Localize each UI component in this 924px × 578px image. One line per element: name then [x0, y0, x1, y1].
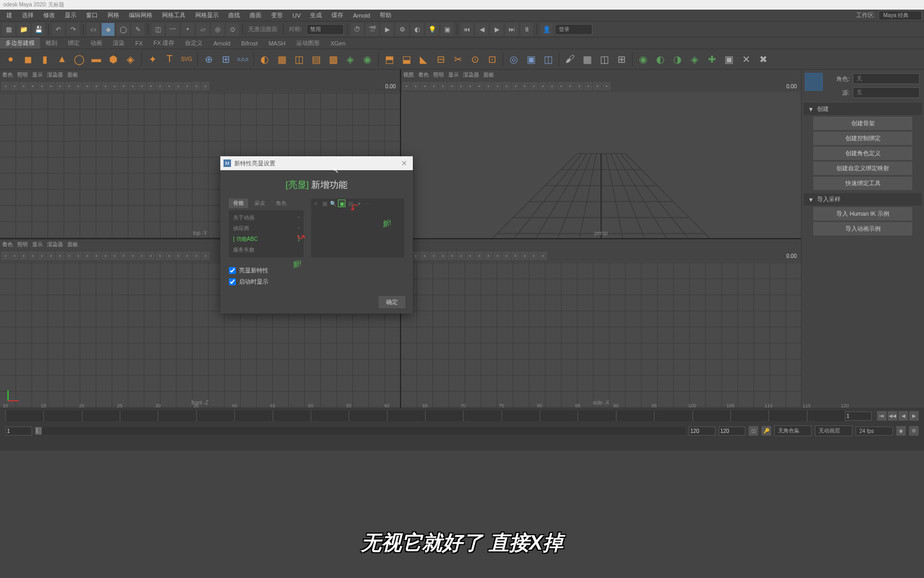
append-icon[interactable]: ✚ [704, 52, 719, 67]
delete-edge-icon[interactable]: ✖ [756, 52, 771, 67]
workspace-dropdown[interactable]: Maya 经典 [879, 11, 922, 20]
range-slider[interactable]: 1 [35, 427, 686, 435]
play-forward-icon[interactable]: ▶ [909, 411, 919, 421]
multicut-icon[interactable]: ✂ [450, 52, 465, 67]
vp-menu[interactable]: 照明 [17, 71, 28, 79]
vp-tool-icon[interactable]: ▪ [529, 252, 538, 260]
boolean-intersect-icon[interactable]: ◑ [670, 52, 685, 67]
vp-tool-icon[interactable]: ▪ [47, 252, 55, 260]
vp-tool-icon[interactable]: ▪ [457, 252, 465, 260]
role-dropdown[interactable]: 无 [853, 73, 920, 84]
vp-tool-icon[interactable]: ▪ [65, 82, 73, 90]
vp-tool-icon[interactable]: ▪ [201, 252, 210, 260]
vp-tool-icon[interactable]: ▪ [56, 82, 64, 90]
dialog-tab[interactable]: 骨骼 [229, 199, 248, 208]
vp-tool-icon[interactable]: ▪ [402, 82, 411, 90]
vp-tool-icon[interactable]: ▪ [165, 252, 173, 260]
animlayer-dropdown[interactable]: 无动画层 [815, 425, 852, 436]
poly-torus-icon[interactable]: ◯ [72, 52, 87, 67]
menu-item[interactable]: 曲面 [245, 10, 266, 20]
dialog-titlebar[interactable]: M 新特性亮显设置 ✕ [220, 156, 413, 170]
sculpt-icon[interactable]: 🖌 [563, 52, 578, 67]
vp-tool-icon[interactable]: ▪ [438, 252, 447, 260]
target-weld-icon[interactable]: ⊙ [467, 52, 482, 67]
vp-tool-icon[interactable]: ▪ [466, 252, 474, 260]
snap-view-icon[interactable]: ◎ [211, 23, 224, 36]
vp-menu[interactable]: 着色 [418, 71, 429, 79]
bridge-icon[interactable]: ⬓ [399, 52, 414, 67]
undo-icon[interactable]: ↶ [52, 23, 65, 36]
shelf-tab[interactable]: MASH [263, 39, 291, 48]
merge-icon[interactable]: ◫ [541, 52, 556, 67]
vp-menu[interactable]: 渲染器 [463, 71, 479, 79]
vp-tool-icon[interactable]: ▪ [47, 82, 55, 90]
snap-point-icon[interactable]: • [181, 23, 194, 36]
close-icon[interactable]: ✕ [399, 159, 410, 168]
highlight-features-checkbox[interactable]: 亮显新特性 [229, 265, 404, 276]
vp-tool-icon[interactable]: ▪ [448, 252, 456, 260]
light-editor-icon[interactable]: 💡 [426, 23, 438, 36]
more-icon[interactable]: ⋯ [364, 200, 371, 207]
list-item[interactable]: [ 功能ABC] [231, 234, 302, 245]
fps-dropdown[interactable]: 24 fps [856, 427, 893, 436]
vp-tool-icon[interactable]: ▪ [557, 82, 565, 90]
lasso-icon[interactable]: ◯ [117, 23, 129, 36]
vp-menu[interactable]: 着色 [2, 241, 13, 248]
timeline[interactable]: 1015202530354045505560657075808590951001… [0, 408, 924, 424]
vp-menu[interactable]: 着色 [2, 71, 13, 79]
vp-tool-icon[interactable]: ▪ [529, 82, 538, 90]
poly-platonic-icon[interactable]: ◈ [123, 52, 138, 67]
menu-item[interactable]: 变形 [267, 10, 287, 20]
menu-item[interactable]: 修改 [39, 10, 59, 20]
vp-tool-icon[interactable]: ▪ [575, 82, 583, 90]
vp-tool-icon[interactable]: ▪ [128, 82, 137, 90]
create-char-def-button[interactable]: 创建角色定义 [813, 147, 912, 160]
create-custom-rig-button[interactable]: 创建自定义绑定映射 [813, 162, 912, 175]
pause-icon[interactable]: ⏸ [520, 23, 533, 36]
vp-menu[interactable]: 面板 [67, 71, 78, 79]
snap-live-icon[interactable]: ⊙ [226, 23, 239, 36]
vp-menu[interactable]: 面板 [67, 241, 78, 248]
range-start-input[interactable] [5, 427, 32, 436]
vp-tool-icon[interactable]: ▪ [137, 252, 146, 260]
prefs-icon[interactable]: ⚙ [909, 426, 919, 436]
create-skeleton-button[interactable]: 创建骨架 [813, 117, 912, 130]
timeline-ruler[interactable]: 1015202530354045505560657075808590951001… [5, 410, 845, 421]
vp-tool-icon[interactable]: ▪ [420, 82, 429, 90]
forward-icon[interactable]: ⏭ [505, 23, 518, 36]
snap-curve-icon[interactable]: 〰 [166, 23, 179, 36]
vp-tool-icon[interactable]: ▪ [566, 82, 574, 90]
combine-icon[interactable]: ⊞ [218, 52, 233, 67]
vp-tool-icon[interactable]: ▪ [19, 82, 28, 90]
dialog-tab[interactable]: 蒙皮 [250, 199, 270, 208]
hypershade-icon[interactable]: ◐ [411, 23, 424, 36]
vp-tool-icon[interactable]: ▪ [1, 82, 10, 90]
vp-tool-icon[interactable]: ▪ [502, 82, 511, 90]
shelf-tab[interactable]: 雕刻 [40, 37, 63, 49]
select-icon[interactable]: ▭ [87, 23, 99, 36]
list-item[interactable]: 供应商▫ [231, 223, 302, 234]
ok-button[interactable]: 确定 [379, 296, 405, 308]
vp-tool-icon[interactable]: ▪ [92, 252, 101, 260]
vp-tool-icon[interactable]: ▪ [147, 82, 155, 90]
vp-tool-icon[interactable]: ▪ [119, 252, 128, 260]
menu-item[interactable]: 窗口 [82, 10, 102, 20]
vp-tool-icon[interactable]: ▪ [1, 252, 10, 260]
uv-planar-icon[interactable]: ◫ [597, 52, 612, 67]
vp-tool-icon[interactable]: ▪ [37, 82, 46, 90]
new-scene-icon[interactable]: ▦ [2, 23, 15, 36]
list-item[interactable]: 服务失败 [231, 245, 302, 255]
vp-tool-icon[interactable]: ▪ [28, 252, 37, 260]
separate-icon[interactable]: 0,0,0 [235, 52, 250, 67]
smooth-icon[interactable]: ▦ [274, 52, 289, 67]
shelf-tab[interactable]: 绑定 [63, 37, 85, 49]
vp-menu[interactable]: 渲染器 [47, 71, 63, 79]
vp-tool-icon[interactable]: ▪ [475, 252, 483, 260]
vp-menu[interactable]: 照明 [433, 71, 444, 79]
search-icon[interactable]: 🔍 [329, 200, 337, 207]
shelf-tab[interactable]: 运动图形 [291, 37, 325, 49]
shelf-tab[interactable]: 多边形建模 [0, 37, 40, 49]
vp-tool-icon[interactable]: ▪ [74, 82, 82, 90]
range-tool-icon[interactable]: ◫ [749, 426, 758, 436]
vp-tool-icon[interactable]: ▪ [110, 252, 119, 260]
